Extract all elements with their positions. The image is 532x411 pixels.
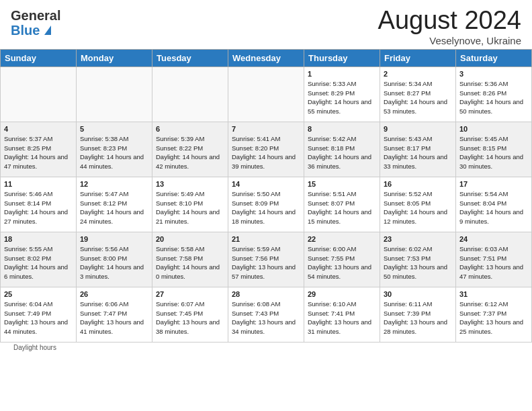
- calendar-table: Sunday Monday Tuesday Wednesday Thursday…: [0, 49, 532, 342]
- day-info: Sunrise: 5:45 AM Sunset: 8:15 PM Dayligh…: [459, 134, 528, 171]
- table-row: 7Sunrise: 5:41 AM Sunset: 8:20 PM Daylig…: [228, 122, 304, 177]
- day-info: Sunrise: 5:36 AM Sunset: 8:26 PM Dayligh…: [459, 79, 528, 116]
- day-number: 31: [459, 290, 528, 298]
- day-info: Sunrise: 6:00 AM Sunset: 7:55 PM Dayligh…: [308, 244, 376, 281]
- day-number: 19: [80, 235, 148, 243]
- day-number: 20: [156, 235, 224, 243]
- day-info: Sunrise: 6:06 AM Sunset: 7:47 PM Dayligh…: [80, 300, 148, 336]
- table-row: 4Sunrise: 5:37 AM Sunset: 8:25 PM Daylig…: [1, 122, 77, 177]
- table-row: [228, 66, 304, 122]
- day-info: Sunrise: 5:49 AM Sunset: 8:10 PM Dayligh…: [156, 189, 224, 226]
- day-info: Sunrise: 5:37 AM Sunset: 8:25 PM Dayligh…: [4, 134, 73, 171]
- table-row: 15Sunrise: 5:51 AM Sunset: 8:07 PM Dayli…: [304, 177, 380, 232]
- day-info: Sunrise: 5:50 AM Sunset: 8:09 PM Dayligh…: [232, 189, 300, 226]
- table-row: 2Sunrise: 5:34 AM Sunset: 8:27 PM Daylig…: [380, 66, 456, 122]
- logo-triangle-icon: [44, 26, 51, 35]
- day-number: 27: [156, 290, 224, 298]
- calendar-week-row: 4Sunrise: 5:37 AM Sunset: 8:25 PM Daylig…: [1, 122, 532, 177]
- day-number: 7: [232, 125, 300, 133]
- day-number: 26: [80, 290, 148, 298]
- logo: General Blue: [11, 8, 60, 38]
- day-number: 2: [384, 70, 452, 78]
- header-saturday: Saturday: [456, 49, 532, 66]
- day-number: 10: [459, 125, 528, 133]
- day-number: 6: [156, 125, 224, 133]
- calendar-header-row: Sunday Monday Tuesday Wednesday Thursday…: [1, 49, 532, 66]
- header-thursday: Thursday: [304, 49, 380, 66]
- page-header: General Blue August 2024 Veselynove, Ukr…: [0, 0, 532, 49]
- table-row: 6Sunrise: 5:39 AM Sunset: 8:22 PM Daylig…: [152, 122, 228, 177]
- day-info: Sunrise: 6:04 AM Sunset: 7:49 PM Dayligh…: [4, 300, 73, 336]
- day-info: Sunrise: 5:38 AM Sunset: 8:23 PM Dayligh…: [80, 134, 148, 171]
- table-row: 24Sunrise: 6:03 AM Sunset: 7:51 PM Dayli…: [456, 232, 532, 287]
- header-monday: Monday: [77, 49, 152, 66]
- table-row: 3Sunrise: 5:36 AM Sunset: 8:26 PM Daylig…: [456, 66, 532, 122]
- day-info: Sunrise: 5:39 AM Sunset: 8:22 PM Dayligh…: [156, 134, 224, 171]
- table-row: 11Sunrise: 5:46 AM Sunset: 8:14 PM Dayli…: [1, 177, 77, 232]
- table-row: 26Sunrise: 6:06 AM Sunset: 7:47 PM Dayli…: [77, 287, 152, 342]
- day-info: Sunrise: 5:54 AM Sunset: 8:04 PM Dayligh…: [459, 189, 528, 226]
- table-row: 19Sunrise: 5:56 AM Sunset: 8:00 PM Dayli…: [77, 232, 152, 287]
- day-number: 29: [308, 290, 376, 298]
- table-row: 9Sunrise: 5:43 AM Sunset: 8:17 PM Daylig…: [380, 122, 456, 177]
- table-row: 22Sunrise: 6:00 AM Sunset: 7:55 PM Dayli…: [304, 232, 380, 287]
- day-number: 16: [384, 180, 452, 188]
- day-info: Sunrise: 6:11 AM Sunset: 7:39 PM Dayligh…: [384, 300, 452, 336]
- day-number: 30: [384, 290, 452, 298]
- day-info: Sunrise: 5:41 AM Sunset: 8:20 PM Dayligh…: [232, 134, 300, 171]
- day-info: Sunrise: 5:59 AM Sunset: 7:56 PM Dayligh…: [232, 244, 300, 281]
- logo-general: General: [11, 8, 60, 23]
- day-info: Sunrise: 5:52 AM Sunset: 8:05 PM Dayligh…: [384, 189, 452, 226]
- header-sunday: Sunday: [1, 49, 77, 66]
- day-number: 8: [308, 125, 376, 133]
- table-row: 5Sunrise: 5:38 AM Sunset: 8:23 PM Daylig…: [77, 122, 152, 177]
- day-number: 18: [4, 235, 73, 243]
- day-number: 11: [4, 180, 73, 188]
- day-info: Sunrise: 5:34 AM Sunset: 8:27 PM Dayligh…: [384, 79, 452, 116]
- logo-blue: Blue: [11, 23, 60, 38]
- header-tuesday: Tuesday: [152, 49, 228, 66]
- logo: General Blue: [11, 7, 60, 38]
- day-number: 21: [232, 235, 300, 243]
- table-row: [1, 66, 77, 122]
- day-info: Sunrise: 6:07 AM Sunset: 7:45 PM Dayligh…: [156, 300, 224, 336]
- day-info: Sunrise: 6:10 AM Sunset: 7:41 PM Dayligh…: [308, 300, 376, 336]
- day-info: Sunrise: 6:02 AM Sunset: 7:53 PM Dayligh…: [384, 244, 452, 281]
- table-row: 25Sunrise: 6:04 AM Sunset: 7:49 PM Dayli…: [1, 287, 77, 342]
- day-info: Sunrise: 5:33 AM Sunset: 8:29 PM Dayligh…: [308, 79, 376, 116]
- day-info: Sunrise: 6:03 AM Sunset: 7:51 PM Dayligh…: [459, 244, 528, 281]
- day-number: 13: [156, 180, 224, 188]
- location: Veselynove, Ukraine: [378, 35, 521, 46]
- table-row: 21Sunrise: 5:59 AM Sunset: 7:56 PM Dayli…: [228, 232, 304, 287]
- header-wednesday: Wednesday: [228, 49, 304, 66]
- day-info: Sunrise: 5:43 AM Sunset: 8:17 PM Dayligh…: [384, 134, 452, 171]
- day-number: 12: [80, 180, 148, 188]
- table-row: 13Sunrise: 5:49 AM Sunset: 8:10 PM Dayli…: [152, 177, 228, 232]
- day-number: 17: [459, 180, 528, 188]
- day-number: 28: [232, 290, 300, 298]
- table-row: 27Sunrise: 6:07 AM Sunset: 7:45 PM Dayli…: [152, 287, 228, 342]
- day-info: Sunrise: 5:47 AM Sunset: 8:12 PM Dayligh…: [80, 189, 148, 226]
- day-number: 23: [384, 235, 452, 243]
- table-row: 23Sunrise: 6:02 AM Sunset: 7:53 PM Dayli…: [380, 232, 456, 287]
- day-number: 5: [80, 125, 148, 133]
- day-number: 24: [459, 235, 528, 243]
- daylight-label: Daylight hours: [13, 344, 56, 351]
- table-row: 28Sunrise: 6:08 AM Sunset: 7:43 PM Dayli…: [228, 287, 304, 342]
- day-number: 4: [4, 125, 73, 133]
- table-row: 17Sunrise: 5:54 AM Sunset: 8:04 PM Dayli…: [456, 177, 532, 232]
- table-row: 20Sunrise: 5:58 AM Sunset: 7:58 PM Dayli…: [152, 232, 228, 287]
- table-row: 18Sunrise: 5:55 AM Sunset: 8:02 PM Dayli…: [1, 232, 77, 287]
- calendar-week-row: 18Sunrise: 5:55 AM Sunset: 8:02 PM Dayli…: [1, 232, 532, 287]
- day-info: Sunrise: 5:56 AM Sunset: 8:00 PM Dayligh…: [80, 244, 148, 281]
- calendar-week-row: 25Sunrise: 6:04 AM Sunset: 7:49 PM Dayli…: [1, 287, 532, 342]
- day-info: Sunrise: 5:51 AM Sunset: 8:07 PM Dayligh…: [308, 189, 376, 226]
- day-info: Sunrise: 6:08 AM Sunset: 7:43 PM Dayligh…: [232, 300, 300, 336]
- day-number: 15: [308, 180, 376, 188]
- table-row: 12Sunrise: 5:47 AM Sunset: 8:12 PM Dayli…: [77, 177, 152, 232]
- day-info: Sunrise: 5:55 AM Sunset: 8:02 PM Dayligh…: [4, 244, 73, 281]
- day-number: 9: [384, 125, 452, 133]
- table-row: 14Sunrise: 5:50 AM Sunset: 8:09 PM Dayli…: [228, 177, 304, 232]
- table-row: 8Sunrise: 5:42 AM Sunset: 8:18 PM Daylig…: [304, 122, 380, 177]
- calendar-week-row: 11Sunrise: 5:46 AM Sunset: 8:14 PM Dayli…: [1, 177, 532, 232]
